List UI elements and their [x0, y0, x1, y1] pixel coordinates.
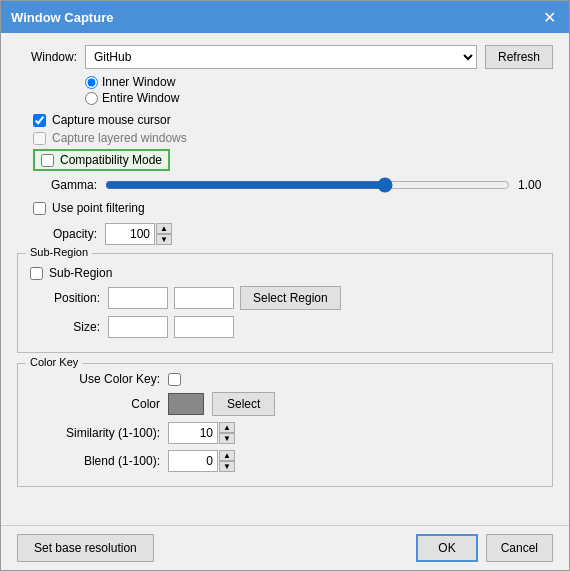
gamma-value: 1.00 — [518, 178, 553, 192]
blend-row: Blend (1-100): 0 ▲ ▼ — [30, 450, 540, 472]
opacity-up[interactable]: ▲ — [156, 223, 172, 234]
entire-window-label: Entire Window — [102, 91, 179, 105]
dialog-footer: Set base resolution OK Cancel — [1, 525, 569, 570]
use-point-row: Use point filtering — [33, 201, 553, 215]
window-select[interactable]: GitHub — [85, 45, 477, 69]
position-label: Position: — [30, 291, 100, 305]
gamma-row: Gamma: 1.00 — [17, 177, 553, 193]
dialog-content: Window: GitHub Refresh Inner Window Enti… — [1, 33, 569, 525]
inner-window-radio[interactable] — [85, 76, 98, 89]
entire-window-radio[interactable] — [85, 92, 98, 105]
set-base-resolution-button[interactable]: Set base resolution — [17, 534, 154, 562]
compat-mode-checkbox[interactable] — [41, 154, 54, 167]
color-swatch — [168, 393, 204, 415]
width-input[interactable]: 1224 — [108, 316, 168, 338]
footer-right: OK Cancel — [416, 534, 553, 562]
use-point-checkbox[interactable] — [33, 202, 46, 215]
pos-x-input[interactable]: 0 — [108, 287, 168, 309]
capture-layered-row: Capture layered windows — [33, 131, 553, 145]
opacity-arrows: ▲ ▼ — [156, 223, 172, 245]
use-color-key-row: Use Color Key: — [30, 372, 540, 386]
select-region-button[interactable]: Select Region — [240, 286, 341, 310]
color-row: Color Select — [30, 392, 540, 416]
similarity-up[interactable]: ▲ — [219, 422, 235, 433]
similarity-arrows: ▲ ▼ — [219, 422, 235, 444]
similarity-spinbox: 10 ▲ ▼ — [168, 422, 235, 444]
capture-layered-checkbox[interactable] — [33, 132, 46, 145]
use-point-label: Use point filtering — [52, 201, 145, 215]
sub-region-section: Sub-Region Sub-Region Position: 0 0 Sele… — [17, 253, 553, 353]
blend-up[interactable]: ▲ — [219, 450, 235, 461]
use-color-key-checkbox[interactable] — [168, 373, 181, 386]
similarity-input[interactable]: 10 — [168, 422, 218, 444]
blend-label: Blend (1-100): — [30, 454, 160, 468]
dialog-title: Window Capture — [11, 10, 113, 25]
color-label: Color — [30, 397, 160, 411]
similarity-down[interactable]: ▼ — [219, 433, 235, 444]
opacity-input[interactable]: 100 — [105, 223, 155, 245]
capture-mouse-label: Capture mouse cursor — [52, 113, 171, 127]
blend-down[interactable]: ▼ — [219, 461, 235, 472]
blend-input[interactable]: 0 — [168, 450, 218, 472]
sub-region-title: Sub-Region — [26, 246, 92, 258]
position-row: Position: 0 0 Select Region — [30, 286, 540, 310]
opacity-label: Opacity: — [17, 227, 97, 241]
capture-mouse-checkbox[interactable] — [33, 114, 46, 127]
opacity-row: Opacity: 100 ▲ ▼ — [17, 223, 553, 245]
use-color-key-label: Use Color Key: — [30, 372, 160, 386]
color-key-title: Color Key — [26, 356, 82, 368]
sub-region-inner: Sub-Region Position: 0 0 Select Region S… — [30, 266, 540, 338]
capture-layered-label: Capture layered windows — [52, 131, 187, 145]
size-row: Size: 1224 672 — [30, 316, 540, 338]
compatibility-mode-box: Compatibility Mode — [33, 149, 170, 171]
cancel-button[interactable]: Cancel — [486, 534, 553, 562]
color-select-button[interactable]: Select — [212, 392, 275, 416]
inner-window-label: Inner Window — [102, 75, 175, 89]
ok-button[interactable]: OK — [416, 534, 477, 562]
refresh-button[interactable]: Refresh — [485, 45, 553, 69]
compat-mode-label: Compatibility Mode — [60, 153, 162, 167]
inner-window-row: Inner Window — [85, 75, 553, 89]
window-row: Window: GitHub Refresh — [17, 45, 553, 69]
window-capture-dialog: Window Capture ✕ Window: GitHub Refresh … — [0, 0, 570, 571]
capture-mouse-row: Capture mouse cursor — [33, 113, 553, 127]
close-button[interactable]: ✕ — [539, 7, 559, 27]
blend-arrows: ▲ ▼ — [219, 450, 235, 472]
opacity-down[interactable]: ▼ — [156, 234, 172, 245]
entire-window-row: Entire Window — [85, 91, 553, 105]
gamma-slider[interactable] — [105, 177, 510, 193]
title-bar: Window Capture ✕ — [1, 1, 569, 33]
color-key-section: Color Key Use Color Key: Color Select Si… — [17, 363, 553, 487]
height-input[interactable]: 672 — [174, 316, 234, 338]
pos-y-input[interactable]: 0 — [174, 287, 234, 309]
window-label: Window: — [17, 50, 77, 64]
blend-spinbox: 0 ▲ ▼ — [168, 450, 235, 472]
sub-region-check-row: Sub-Region — [30, 266, 540, 280]
gamma-label: Gamma: — [17, 178, 97, 192]
similarity-label: Similarity (1-100): — [30, 426, 160, 440]
window-type-group: Inner Window Entire Window — [85, 75, 553, 107]
opacity-spinbox: 100 ▲ ▼ — [105, 223, 172, 245]
sub-region-check-label: Sub-Region — [49, 266, 112, 280]
size-label: Size: — [30, 320, 100, 334]
similarity-row: Similarity (1-100): 10 ▲ ▼ — [30, 422, 540, 444]
sub-region-checkbox[interactable] — [30, 267, 43, 280]
